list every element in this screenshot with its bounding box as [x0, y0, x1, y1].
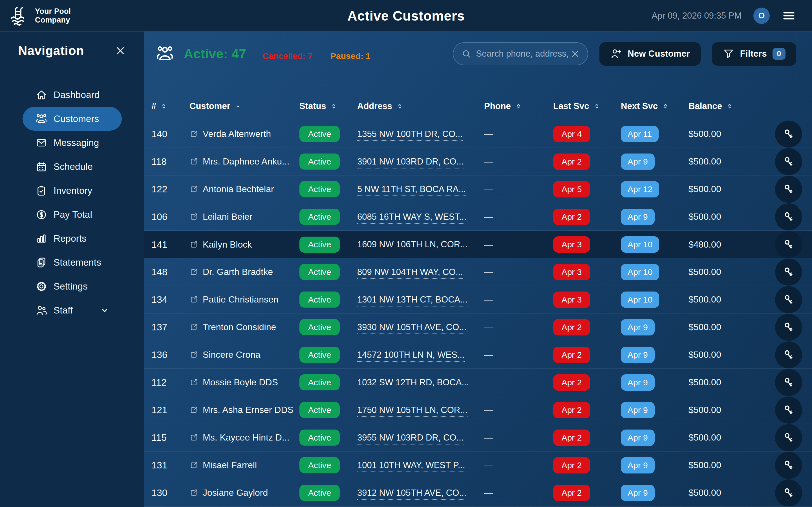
sidebar-item-reports[interactable]: Reports [22, 226, 122, 250]
external-link-icon[interactable] [190, 268, 198, 276]
table-row[interactable]: 121 Mrs. Asha Ernser DDS Active 1750 NW … [144, 396, 812, 424]
customer-name-cell[interactable]: Kailyn Block [190, 239, 299, 250]
sidebar-item-customers[interactable]: Customers [22, 107, 122, 131]
external-link-icon[interactable] [190, 129, 198, 138]
table-row[interactable]: 141 Kailyn Block Active 1609 NW 106TH LN… [144, 231, 812, 258]
address-link[interactable]: 3912 NW 105TH AVE, CO... [357, 488, 466, 500]
external-link-icon[interactable] [190, 157, 198, 166]
key-action-button[interactable] [775, 341, 802, 369]
address-link[interactable]: 1355 NW 100TH DR, CO... [357, 129, 463, 141]
customer-name-cell[interactable]: Mrs. Asha Ernser DDS [190, 405, 299, 415]
table-row[interactable]: 148 Dr. Garth Bradtke Active 809 NW 104T… [144, 258, 812, 286]
balance-value: $500.00 [689, 294, 760, 305]
avatar[interactable]: O [753, 8, 770, 24]
key-action-button[interactable] [775, 480, 802, 506]
address-link[interactable]: 1032 SW 12TH RD, BOCA... [357, 378, 469, 389]
column-header-next-svc[interactable]: Next Svc [621, 101, 689, 111]
key-action-button[interactable] [775, 452, 802, 479]
customer-name-cell[interactable]: Leilani Beier [190, 212, 299, 222]
key-action-button[interactable] [775, 203, 802, 230]
new-customer-button[interactable]: New Customer [599, 42, 701, 66]
sidebar-item-staff[interactable]: Staff [22, 298, 122, 322]
external-link-icon[interactable] [190, 185, 198, 193]
external-link-icon[interactable] [190, 240, 198, 249]
key-action-button[interactable] [775, 397, 802, 424]
sidebar-item-dashboard[interactable]: Dashboard [22, 83, 122, 107]
column-header-address[interactable]: Address [357, 101, 484, 111]
balance-value: $500.00 [689, 156, 760, 167]
table-row[interactable]: 115 Ms. Kaycee Hintz D... Active 3955 NW… [144, 424, 812, 452]
column-header-customer[interactable]: Customer [190, 101, 299, 111]
table-row[interactable]: 130 Josiane Gaylord Active 3912 NW 105TH… [144, 479, 812, 507]
table-row[interactable]: 136 Sincere Crona Active 14572 100TH LN … [144, 341, 812, 369]
address-link[interactable]: 3955 NW 103RD DR, CO... [357, 433, 463, 445]
address-link[interactable]: 1001 10TH WAY, WEST P... [357, 460, 465, 472]
sidebar-item-settings[interactable]: Settings [22, 274, 122, 298]
key-action-button[interactable] [775, 148, 802, 175]
column-header-balance[interactable]: Balance [689, 101, 760, 111]
sidebar-item-messaging[interactable]: Messaging [22, 131, 122, 155]
customer-name-cell[interactable]: Misael Farrell [190, 460, 299, 470]
column-header-status[interactable]: Status [299, 101, 357, 111]
external-link-icon[interactable] [190, 212, 198, 221]
customer-name-cell[interactable]: Pattie Christiansen [190, 294, 299, 305]
key-action-button[interactable] [775, 314, 802, 341]
customer-name-cell[interactable]: Mrs. Daphnee Anku... [190, 156, 299, 167]
customer-name-cell[interactable]: Ms. Kaycee Hintz D... [190, 432, 299, 443]
table-row[interactable]: 118 Mrs. Daphnee Anku... Active 3901 NW … [144, 148, 812, 175]
external-link-icon[interactable] [190, 406, 198, 414]
customer-name-cell[interactable]: Trenton Considine [190, 322, 299, 332]
address-link[interactable]: 1750 NW 105TH LN, COR... [357, 405, 467, 417]
key-action-button[interactable] [775, 259, 802, 286]
key-action-button[interactable] [775, 369, 802, 396]
customer-name-cell[interactable]: Verda Altenwerth [190, 129, 299, 139]
customer-name-cell[interactable]: Mossie Boyle DDS [190, 377, 299, 388]
table-row[interactable]: 112 Mossie Boyle DDS Active 1032 SW 12TH… [144, 369, 812, 396]
sidebar-item-schedule[interactable]: Schedule [22, 155, 122, 179]
key-action-button[interactable] [775, 286, 802, 313]
address-link[interactable]: 5 NW 11TH ST, BOCA RA... [357, 184, 466, 196]
table-row[interactable]: 131 Misael Farrell Active 1001 10TH WAY,… [144, 452, 812, 479]
table-row[interactable]: 137 Trenton Considine Active 3930 NW 105… [144, 314, 812, 341]
external-link-icon[interactable] [190, 378, 198, 387]
address-link[interactable]: 1301 NW 13TH CT, BOCA... [357, 295, 467, 306]
customer-name: Mossie Boyle DDS [203, 377, 278, 388]
sidebar-item-pay-total[interactable]: Pay Total [22, 203, 122, 226]
address-link[interactable]: 14572 100TH LN N, WES... [357, 350, 465, 362]
close-icon[interactable] [114, 45, 126, 57]
address-link[interactable]: 809 NW 104TH WAY, CO... [357, 267, 463, 279]
table-row[interactable]: 134 Pattie Christiansen Active 1301 NW 1… [144, 286, 812, 314]
key-action-button[interactable] [775, 231, 802, 258]
hamburger-menu-icon[interactable] [781, 8, 796, 23]
customer-name-cell[interactable]: Sincere Crona [190, 349, 299, 360]
search-clear-icon[interactable] [570, 49, 580, 59]
key-action-button[interactable] [775, 424, 802, 451]
customer-name-cell[interactable]: Dr. Garth Bradtke [190, 267, 299, 277]
external-link-icon[interactable] [190, 323, 198, 332]
customer-name: Antonia Bechtelar [203, 184, 274, 194]
filters-button[interactable]: Filters 0 [712, 42, 796, 66]
external-link-icon[interactable] [190, 350, 198, 359]
address-link[interactable]: 3901 NW 103RD DR, CO... [357, 157, 463, 168]
table-row[interactable]: 106 Leilani Beier Active 6085 16TH WAY S… [144, 203, 812, 231]
external-link-icon[interactable] [190, 489, 198, 497]
address-link[interactable]: 1609 NW 106TH LN, COR... [357, 239, 467, 251]
external-link-icon[interactable] [190, 461, 198, 469]
key-action-button[interactable] [775, 121, 802, 148]
external-link-icon[interactable] [190, 295, 198, 304]
sidebar-item-inventory[interactable]: Inventory [22, 179, 122, 203]
external-link-icon[interactable] [190, 433, 198, 442]
address-link[interactable]: 3930 NW 105TH AVE, CO... [357, 322, 466, 334]
table-row[interactable]: 122 Antonia Bechtelar Active 5 NW 11TH S… [144, 175, 812, 203]
address-link[interactable]: 6085 16TH WAY S, WEST... [357, 212, 466, 224]
column-header-last-svc[interactable]: Last Svc [553, 101, 621, 111]
key-action-button[interactable] [775, 176, 802, 203]
search-input[interactable] [476, 49, 570, 59]
search-box[interactable] [453, 42, 588, 65]
column-header-phone[interactable]: Phone [484, 101, 553, 111]
customer-name-cell[interactable]: Josiane Gaylord [190, 488, 299, 498]
table-row[interactable]: 140 Verda Altenwerth Active 1355 NW 100T… [144, 120, 812, 148]
column-header--[interactable]: # [151, 101, 190, 111]
customer-name-cell[interactable]: Antonia Bechtelar [190, 184, 299, 194]
sidebar-item-statements[interactable]: Statements [22, 250, 122, 274]
